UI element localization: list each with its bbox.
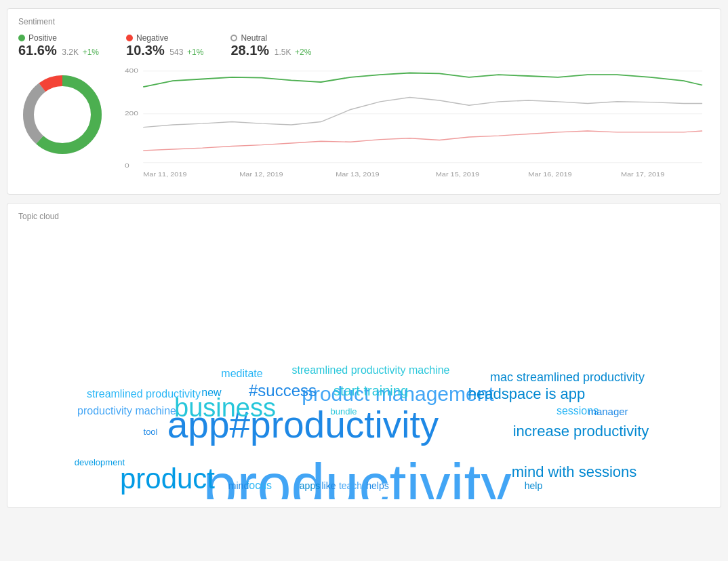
svg-text:200: 200 bbox=[125, 110, 138, 117]
topic-word[interactable]: apps bbox=[300, 481, 320, 490]
positive-label: Positive bbox=[28, 33, 57, 43]
topic-word[interactable]: product bbox=[120, 465, 215, 493]
topic-word[interactable]: new bbox=[201, 387, 221, 398]
topic-word[interactable]: streamlined productivity machine bbox=[292, 365, 450, 376]
sentiment-section: Sentiment Positive 61.6% 3.2K +1% Negati… bbox=[7, 8, 721, 195]
topic-word[interactable]: #success bbox=[249, 383, 317, 399]
topic-word[interactable]: meditate bbox=[221, 368, 262, 379]
negative-count: 543 bbox=[169, 47, 183, 57]
svg-text:Mar 17, 2019: Mar 17, 2019 bbox=[621, 171, 665, 178]
topic-word[interactable]: streamlined productivity bbox=[87, 389, 201, 400]
negative-dot bbox=[126, 35, 133, 41]
sentiment-header: Positive 61.6% 3.2K +1% Negative 10.3% 5… bbox=[18, 33, 710, 58]
negative-label: Negative bbox=[136, 33, 168, 43]
topic-word[interactable]: bundle bbox=[330, 407, 357, 416]
positive-value: 61.6% bbox=[18, 43, 57, 58]
neutral-value: 28.1% bbox=[230, 43, 269, 58]
topic-word[interactable]: increase productivity bbox=[513, 424, 649, 439]
svg-text:Mar 15, 2019: Mar 15, 2019 bbox=[436, 171, 480, 178]
donut-chart bbox=[18, 71, 106, 159]
svg-text:Mar 16, 2019: Mar 16, 2019 bbox=[528, 171, 572, 178]
negative-value: 10.3% bbox=[126, 43, 165, 58]
sentiment-chart-area: 400 200 0 Mar 11, 2019 Mar 12, 2019 Mar … bbox=[18, 64, 710, 186]
topic-word[interactable]: like bbox=[321, 481, 336, 490]
svg-text:Mar 11, 2019: Mar 11, 2019 bbox=[143, 171, 187, 178]
topic-word[interactable]: teach bbox=[339, 481, 362, 490]
neutral-label: Neutral bbox=[241, 33, 267, 43]
svg-text:Mar 13, 2019: Mar 13, 2019 bbox=[336, 171, 380, 178]
svg-text:400: 400 bbox=[125, 67, 138, 75]
topic-word[interactable]: focus bbox=[246, 480, 272, 491]
positive-change: +1% bbox=[83, 47, 99, 57]
line-chart: 400 200 0 Mar 11, 2019 Mar 12, 2019 Mar … bbox=[117, 64, 710, 186]
topic-word[interactable]: mind bbox=[228, 481, 249, 490]
negative-item: Negative 10.3% 543 +1% bbox=[126, 33, 203, 58]
topic-cloud-title: Topic cloud bbox=[18, 212, 710, 221]
topic-cloud-section: Topic cloud productivitymanagementapp#pr… bbox=[7, 203, 721, 508]
topic-word[interactable]: productivity bbox=[203, 455, 511, 499]
neutral-dot bbox=[230, 35, 237, 41]
topic-word[interactable]: mind with sessions bbox=[512, 465, 637, 480]
neutral-item: Neutral 28.1% 1.5K +2% bbox=[230, 33, 311, 58]
topic-word[interactable]: tool bbox=[144, 427, 158, 436]
neutral-count: 1.5K bbox=[275, 47, 291, 57]
positive-item: Positive 61.6% 3.2K +1% bbox=[18, 33, 99, 58]
topic-word[interactable]: manager bbox=[588, 406, 628, 417]
topic-word[interactable]: help bbox=[525, 481, 542, 490]
negative-change: +1% bbox=[187, 47, 203, 57]
positive-count: 3.2K bbox=[62, 47, 79, 57]
svg-text:Mar 12, 2019: Mar 12, 2019 bbox=[239, 171, 283, 178]
positive-dot bbox=[18, 35, 25, 41]
topic-word[interactable]: start training bbox=[333, 384, 408, 398]
topic-word[interactable]: headspace is app bbox=[468, 387, 585, 402]
sentiment-title: Sentiment bbox=[18, 17, 710, 26]
svg-text:0: 0 bbox=[125, 161, 129, 169]
topic-word[interactable]: development bbox=[75, 458, 125, 467]
neutral-change: +2% bbox=[295, 47, 311, 57]
topic-word[interactable]: mac streamlined productivity bbox=[490, 371, 645, 383]
topic-word[interactable]: productivity machine bbox=[77, 406, 176, 417]
topic-word[interactable]: helps bbox=[366, 481, 388, 490]
topic-cloud-area: productivitymanagementapp#productivityte… bbox=[18, 228, 710, 499]
